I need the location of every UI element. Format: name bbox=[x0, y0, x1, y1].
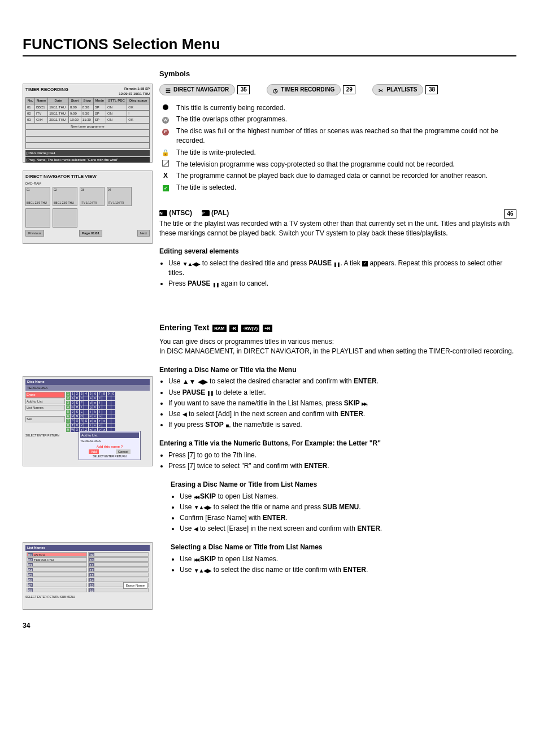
page-number: 34 bbox=[23, 621, 30, 631]
timer-datetime: 12:09:37 19/11 THU bbox=[119, 92, 150, 95]
page-ref-46: 46 bbox=[504, 209, 516, 219]
via-menu-heading: Entering a Disc Name or Title via the Me… bbox=[159, 365, 516, 375]
timer-table: No. Name Date Start Stop Mode STTL PDC D… bbox=[25, 97, 150, 149]
lock-icon bbox=[160, 148, 171, 158]
pause-icon bbox=[212, 279, 219, 289]
ntsc-icon: N bbox=[159, 210, 167, 216]
pill-playlists: ✂ PLAYLISTS bbox=[372, 84, 423, 95]
pause-icon bbox=[333, 259, 340, 269]
section-nav: ☰ DIRECT NAVIGATOR 35 ◷ TIMER RECORDING … bbox=[159, 84, 516, 95]
pal-label: (PAL) bbox=[211, 209, 229, 217]
selected-icon: ✓ bbox=[160, 183, 171, 193]
screenshot-list-names: List Names 0101 ASTRAASTRA 02TERRALUNA 0… bbox=[23, 542, 153, 610]
ntsc-pal-body: The title or the playlist was recorded w… bbox=[159, 219, 516, 238]
add-to-list-popup: Add to List TERRALUNA Add this name ? Ad… bbox=[79, 431, 141, 461]
overlap-icon: W bbox=[160, 115, 171, 124]
editing-list: Use to select the desired title and pres… bbox=[159, 259, 516, 289]
left-column: TIMER RECORDING Remain 1:58 SP 12:09:37 … bbox=[23, 67, 153, 618]
tick-icon bbox=[362, 261, 368, 266]
arrow-left-icon bbox=[194, 524, 198, 534]
recording-icon bbox=[160, 103, 171, 113]
badge-rwv: -RW(V) bbox=[241, 325, 260, 332]
via-numeric-heading: Entering a Title via the Numeric Buttons… bbox=[159, 439, 516, 448]
arrow-keys-icon bbox=[194, 502, 212, 512]
arrow-left-icon bbox=[182, 409, 187, 419]
timer-remain: Remain 1:58 SP bbox=[124, 87, 150, 90]
screenshot-timer-recording: TIMER RECORDING Remain 1:58 SP 12:09:37 … bbox=[23, 84, 153, 163]
screenshot-disc-name: Disc Name TERRALUNA Erase Add to List Li… bbox=[23, 376, 153, 466]
erase-name-popup: Erase Name bbox=[123, 582, 147, 589]
page-ref-35: 35 bbox=[237, 85, 250, 94]
timer-title: TIMER RECORDING bbox=[25, 86, 68, 96]
screenshot-title-view: DIRECT NAVIGATOR TITLE VIEW DVD-RAM 01BB… bbox=[23, 171, 153, 244]
page-title: FUNCTIONS Selection Menu bbox=[23, 34, 516, 56]
skip-back-icon bbox=[194, 492, 198, 501]
scissors-icon: ✂ bbox=[379, 87, 384, 93]
timer-chan: [Chan. Name] CH4 bbox=[25, 150, 150, 156]
pause-icon bbox=[207, 388, 214, 397]
disc-full-icon: F bbox=[160, 126, 171, 136]
arrow-keys-icon: ▲▼ ◀▶ bbox=[182, 377, 208, 387]
list-icon: ☰ bbox=[166, 87, 171, 93]
ntsc-label: (NTSC) bbox=[169, 209, 192, 217]
erasing-heading: Erasing a Disc Name or Title from List N… bbox=[171, 480, 516, 490]
clock-icon: ◷ bbox=[273, 87, 279, 93]
symbols-list: This title is currently being recorded. … bbox=[160, 103, 516, 193]
via-numeric-list: Press [7] to go to the 7th line. Press [… bbox=[159, 451, 516, 471]
arrow-keys-icon bbox=[182, 259, 201, 269]
selecting-list: Use SKIP to open List Names. Use to sele… bbox=[171, 554, 516, 575]
badge-r: -R bbox=[229, 325, 237, 332]
pill-direct-navigator: ☰ DIRECT NAVIGATOR bbox=[159, 84, 235, 95]
x-icon: X bbox=[160, 171, 171, 181]
right-column: Symbols ☰ DIRECT NAVIGATOR 35 ◷ TIMER RE… bbox=[153, 67, 516, 618]
pal-icon: P bbox=[202, 210, 210, 216]
badge-ram: RAM bbox=[212, 325, 226, 332]
arrow-keys-icon bbox=[194, 566, 212, 575]
editing-heading: Editing several elements bbox=[159, 247, 516, 256]
symbols-heading: Symbols bbox=[159, 69, 516, 79]
entering-text-heading: Entering Text RAM -R -RW(V) +R bbox=[159, 322, 516, 334]
badge-plusr: +R bbox=[263, 325, 272, 332]
erasing-list: Use SKIP to open List Names. Use to sele… bbox=[171, 492, 516, 534]
page-ref-29: 29 bbox=[343, 85, 355, 94]
entering-intro: You can give discs or programmes titles … bbox=[159, 337, 516, 356]
selecting-heading: Selecting a Disc Name or Title from List… bbox=[171, 543, 516, 552]
pill-timer-recording: ◷ TIMER RECORDING bbox=[267, 84, 341, 95]
page-ref-38: 38 bbox=[425, 85, 438, 94]
via-menu-list: Use ▲▼ ◀▶ to select the desired characte… bbox=[159, 377, 516, 430]
timer-prog: [Prog. Name] The best movie selection: "… bbox=[25, 157, 150, 163]
copy-protected-icon bbox=[160, 160, 171, 169]
character-grid: 11234567890 2ABCabc 3DEFdef 4GHIghi 5JKL… bbox=[66, 392, 150, 432]
skip-back-icon bbox=[194, 554, 198, 564]
